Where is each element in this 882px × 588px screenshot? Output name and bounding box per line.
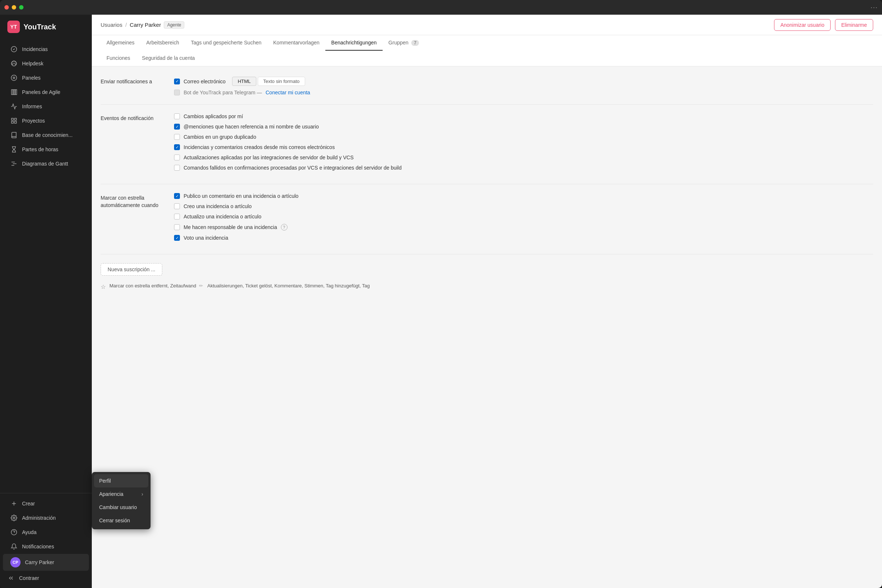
collapse-button[interactable]: Contraer xyxy=(0,571,92,585)
help-icon[interactable]: ? xyxy=(281,224,287,231)
svg-point-3 xyxy=(13,77,15,79)
tabs-row-1: Allgemeines Arbeitsbereich Tags und gesp… xyxy=(101,35,873,51)
close-button[interactable] xyxy=(5,5,9,9)
star-publico-comentario: Publico un comentario en una incidencia … xyxy=(174,193,873,199)
sidebar-bottom: Crear Administración Ayuda xyxy=(0,493,92,588)
sidebar-item-paneles-agile[interactable]: Paneles de Agile xyxy=(3,85,89,99)
telegram-connect-link[interactable]: Conectar mi cuenta xyxy=(266,90,310,95)
popup-item-cambiar-usuario[interactable]: Cambiar usuario xyxy=(94,501,148,514)
event-comandos-checkbox[interactable] xyxy=(174,165,180,171)
sidebar-item-label: Notificaciones xyxy=(22,544,54,549)
sidebar-item-incidencias[interactable]: Incidencias xyxy=(3,42,89,56)
app-window: ⋯ YT YouTrack Incidencias xyxy=(0,0,882,588)
sidebar-item-proyectos[interactable]: Proyectos xyxy=(3,114,89,128)
star-icon: ☆ xyxy=(101,284,106,290)
event-incidencias-comentarios: Incidencias y comentarios creados desde … xyxy=(174,144,873,150)
maximize-button[interactable] xyxy=(19,5,24,9)
columns-icon xyxy=(10,88,18,96)
svg-rect-9 xyxy=(15,122,17,123)
sidebar-item-label: Diagramas de Gantt xyxy=(22,161,68,166)
sidebar-item-label: Incidencias xyxy=(22,46,48,52)
star-creo-checkbox[interactable] xyxy=(174,203,180,209)
sidebar-item-partes-horas[interactable]: Partes de horas xyxy=(3,142,89,156)
sidebar-item-label: Helpdesk xyxy=(22,60,43,66)
event-incidencias-checkbox[interactable] xyxy=(174,144,180,150)
email-label: Correo electrónico xyxy=(183,78,225,84)
star-creo-incidencia: Creo una incidencia o artículo xyxy=(174,203,873,209)
app-name: YouTrack xyxy=(24,23,56,31)
event-label: Cambios en un grupo duplicado xyxy=(183,134,256,140)
star-responsable-checkbox[interactable] xyxy=(174,224,180,230)
sidebar-item-informes[interactable]: Informes xyxy=(3,99,89,113)
main-content: Usuarios / Carry Parker Agente Anonimiza… xyxy=(92,15,882,588)
sidebar-item-notificaciones[interactable]: Notificaciones xyxy=(3,540,89,554)
minimize-button[interactable] xyxy=(12,5,16,9)
event-label: @menciones que hacen referencia a mi nom… xyxy=(183,124,319,130)
tabs-bar: Allgemeines Arbeitsbereich Tags und gesp… xyxy=(92,35,882,66)
new-subscription-button[interactable]: Nueva suscripción ... xyxy=(101,263,162,276)
email-format-group: HTML Texto sin formato xyxy=(232,77,305,86)
popup-item-apariencia[interactable]: Apariencia › xyxy=(94,488,148,501)
divider-1 xyxy=(101,104,873,105)
star-label: Creo una incidencia o artículo xyxy=(183,203,251,209)
tab-funciones[interactable]: Funciones xyxy=(101,51,136,66)
sidebar-item-ayuda[interactable]: Ayuda xyxy=(3,525,89,539)
popup-item-perfil[interactable]: Perfil xyxy=(94,474,148,488)
anonymize-button[interactable]: Anonimizar usuario xyxy=(774,19,831,31)
sidebar-item-administracion[interactable]: Administración xyxy=(3,511,89,525)
delete-button[interactable]: Eliminarme xyxy=(835,19,873,31)
gantt-icon xyxy=(10,160,18,167)
send-notifications-label: Enviar notificaciones a xyxy=(101,77,174,95)
event-cambios-aplicados: Cambios aplicados por mí xyxy=(174,113,873,119)
star-label: Publico un comentario en una incidencia … xyxy=(183,193,299,199)
divider-3 xyxy=(101,254,873,254)
svg-rect-6 xyxy=(15,90,17,95)
user-type-badge: Agente xyxy=(164,21,184,28)
sidebar-item-paneles[interactable]: Paneles xyxy=(3,71,89,85)
event-menciones-checkbox[interactable] xyxy=(174,124,180,130)
email-row: Correo electrónico HTML Texto sin format… xyxy=(174,77,873,86)
format-plain-button[interactable]: Texto sin formato xyxy=(258,77,305,86)
tab-seguridad[interactable]: Seguridad de la cuenta xyxy=(136,51,201,66)
sidebar-item-label: Ayuda xyxy=(22,529,36,535)
event-comandos-fallidos: Comandos fallidos en confirmaciones proc… xyxy=(174,165,873,171)
user-menu-trigger[interactable]: CP Carry Parker xyxy=(3,554,89,571)
star-actualizo-checkbox[interactable] xyxy=(174,214,180,219)
divider-2 xyxy=(101,184,873,184)
svg-rect-5 xyxy=(14,90,15,95)
collapse-icon xyxy=(8,574,15,582)
check-circle-icon xyxy=(10,45,18,53)
sidebar: YT YouTrack Incidencias Helpdesk xyxy=(0,15,92,588)
popup-item-cerrar-sesion[interactable]: Cerrar sesión xyxy=(94,514,148,527)
sidebar-item-helpdesk[interactable]: Helpdesk xyxy=(3,57,89,70)
gear-icon xyxy=(10,514,18,522)
event-integraciones-checkbox[interactable] xyxy=(174,154,180,160)
sidebar-item-diagramas-gantt[interactable]: Diagramas de Gantt xyxy=(3,157,89,171)
content-area: Enviar notificaciones a Correo electróni… xyxy=(92,66,882,588)
format-html-button[interactable]: HTML xyxy=(232,77,256,86)
tab-benachrichtigungen[interactable]: Benachrichtigungen xyxy=(325,35,383,51)
tab-gruppen[interactable]: Gruppen 7 xyxy=(383,35,425,51)
tabs-row-2: Funciones Seguridad de la cuenta xyxy=(101,51,873,66)
user-popup-menu: Perfil Apariencia › Cambiar usuario Cerr… xyxy=(92,472,150,529)
tab-arbeitsbereich[interactable]: Arbeitsbereich xyxy=(140,35,185,51)
telegram-checkbox[interactable] xyxy=(174,90,180,95)
tab-tags[interactable]: Tags und gespeicherte Suchen xyxy=(185,35,267,51)
chevron-right-icon: › xyxy=(141,491,143,497)
sidebar-item-base-conocimiento[interactable]: Base de conocimien... xyxy=(3,128,89,142)
email-checkbox[interactable] xyxy=(174,78,180,84)
hourglass-icon xyxy=(10,146,18,153)
event-cambios-checkbox[interactable] xyxy=(174,113,180,119)
star-publico-checkbox[interactable] xyxy=(174,193,180,199)
pencil-icon[interactable]: ✏ xyxy=(199,283,203,288)
star-voto-checkbox[interactable] xyxy=(174,235,180,241)
star-actualizo-incidencia: Actualizo una incidencia o artículo xyxy=(174,214,873,219)
menu-icon[interactable]: ⋯ xyxy=(870,3,877,12)
breadcrumb-parent[interactable]: Usuarios xyxy=(101,22,122,28)
tab-allgemeines[interactable]: Allgemeines xyxy=(101,35,140,51)
tab-kommentarvorlagen[interactable]: Kommentarvorlagen xyxy=(267,35,325,51)
event-grupo-checkbox[interactable] xyxy=(174,134,180,140)
sidebar-item-crear[interactable]: Crear xyxy=(3,496,89,510)
auto-star-content: Publico un comentario en una incidencia … xyxy=(174,193,873,245)
auto-star-section: Marcar con estrella automáticamente cuan… xyxy=(101,193,873,245)
